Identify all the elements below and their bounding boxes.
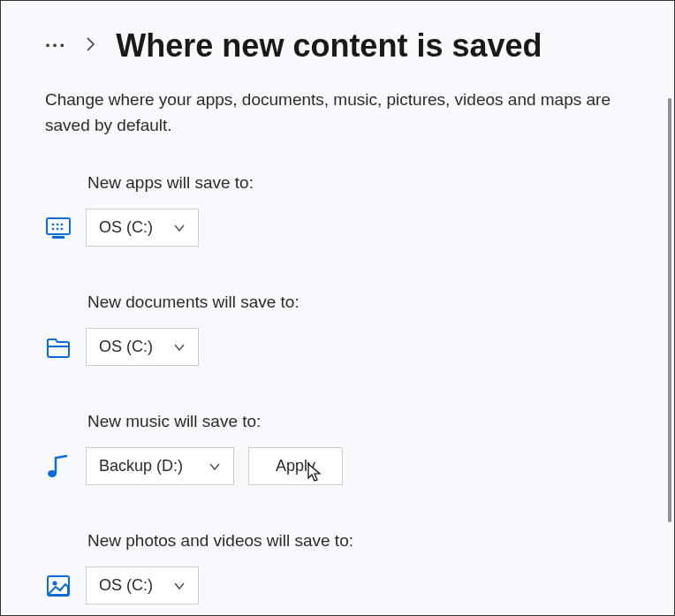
apps-label: New apps will save to: bbox=[87, 173, 630, 193]
chevron-down-icon bbox=[209, 457, 221, 475]
music-drive-dropdown[interactable]: Backup (D:) bbox=[86, 447, 234, 485]
breadcrumb: ··· Where new content is saved bbox=[45, 27, 630, 65]
svg-point-2 bbox=[52, 223, 55, 225]
svg-point-4 bbox=[61, 223, 64, 225]
chevron-down-icon bbox=[173, 338, 186, 356]
svg-point-5 bbox=[52, 227, 55, 230]
music-section: New music will save to: Backup (D:) Appl… bbox=[45, 412, 630, 485]
chevron-down-icon bbox=[173, 576, 186, 595]
photos-drive-value: OS (C:) bbox=[99, 576, 153, 595]
chevron-right-icon bbox=[86, 36, 96, 57]
folder-icon bbox=[45, 334, 72, 361]
svg-rect-0 bbox=[47, 218, 70, 234]
image-icon bbox=[45, 573, 72, 599]
page-description: Change where your apps, documents, music… bbox=[45, 87, 611, 138]
apps-section: New apps will save to: OS (C:) bbox=[45, 173, 630, 247]
documents-label: New documents will save to: bbox=[87, 293, 630, 312]
svg-point-3 bbox=[57, 223, 59, 225]
music-note-icon bbox=[45, 453, 72, 480]
svg-point-8 bbox=[48, 470, 57, 477]
apply-button[interactable]: Apply bbox=[248, 447, 343, 485]
apps-drive-dropdown[interactable]: OS (C:) bbox=[86, 209, 199, 247]
more-icon[interactable]: ··· bbox=[45, 34, 66, 57]
monitor-icon bbox=[45, 215, 72, 241]
photos-label: New photos and videos will save to: bbox=[87, 531, 630, 551]
chevron-down-icon bbox=[173, 218, 186, 237]
apps-drive-value: OS (C:) bbox=[99, 218, 153, 237]
documents-drive-dropdown[interactable]: OS (C:) bbox=[86, 328, 199, 366]
photos-drive-dropdown[interactable]: OS (C:) bbox=[86, 567, 199, 605]
photos-section: New photos and videos will save to: OS (… bbox=[45, 531, 630, 605]
svg-point-6 bbox=[57, 227, 59, 230]
music-label: New music will save to: bbox=[87, 412, 630, 431]
svg-rect-1 bbox=[52, 236, 64, 239]
svg-point-10 bbox=[53, 581, 57, 585]
svg-point-7 bbox=[61, 227, 64, 230]
music-drive-value: Backup (D:) bbox=[99, 457, 183, 475]
documents-drive-value: OS (C:) bbox=[99, 338, 153, 356]
scrollbar[interactable] bbox=[668, 98, 671, 522]
documents-section: New documents will save to: OS (C:) bbox=[45, 293, 630, 366]
page-title: Where new content is saved bbox=[116, 27, 542, 65]
